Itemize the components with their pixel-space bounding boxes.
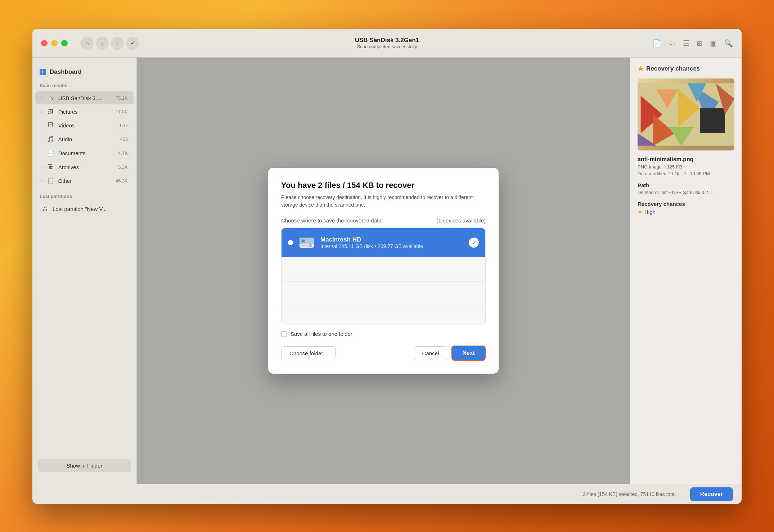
sidebar-dashboard[interactable]: Dashboard [32,65,136,83]
chevron-icon-other: › [41,179,42,183]
sidebar-label-usb: USB SanDisk 3.... [58,95,112,101]
title-center: USB SanDisk 3.2Gen1 Scan completed succe… [355,37,419,49]
device-name: Macintosh HD [320,236,464,243]
sidebar-label-audio: Audio [58,136,117,142]
chevron-icon-archives: › [41,165,42,169]
sidebar-bottom: Show in Finder [32,455,136,477]
sidebar-count-other: 46.3K [116,178,128,184]
device-check-icon: ✓ [469,238,479,248]
chevron-icon: › [41,96,42,100]
minimize-button[interactable] [51,40,58,46]
save-one-folder-checkbox[interactable] [281,331,287,337]
sidebar-item-other[interactable]: › 📋 Other 46.3K [35,174,134,188]
sidebar-label-videos: Videos [58,122,117,129]
checkbox-row: Save all files to one folder [281,331,486,337]
file-name: anti-minimalism.png [638,156,734,163]
lost-drive-icon: 🖨 [41,206,49,212]
empty-slot-1 [282,257,485,281]
recovery-chances-title: ★ Recovery chances [638,65,734,73]
modal-description: Please choose recovery destination. It i… [281,194,486,209]
right-panel: ★ Recovery chances [630,58,742,484]
window-subtitle: Scan completed successfully [355,44,419,49]
recovery-star-icon: ★ [638,208,642,215]
list-icon[interactable]: ☰ [683,39,689,48]
modal-choose-label: Choose where to save the recovered data:… [281,217,486,224]
archive-icon: 🗜 [47,164,55,170]
close-button[interactable] [41,40,48,46]
recover-button[interactable]: Recover [690,487,733,501]
devices-available-text: (1 devices available) [436,217,486,224]
home-button[interactable]: ⌂ [81,37,94,50]
path-section-label: Path [638,182,734,188]
fullscreen-button[interactable] [61,40,68,46]
scan-results-label: Scan results [32,83,136,91]
chevron-icon-pictures: › [41,109,42,114]
chevron-icon-documents: › [41,151,42,155]
sidebar-item-videos[interactable]: › 🎞 Videos 607 [35,119,134,132]
sidebar-count-pictures: 17.8K [116,109,128,114]
nav-buttons: ⌂ ‹ › ✓ [81,37,139,50]
sidebar-label-archives: Archives [58,164,115,170]
back-button[interactable]: ‹ [96,37,109,50]
content-area: You have 2 files / 154 KB to recover Ple… [137,58,630,484]
file-type: PNG image – 125 KB [638,164,734,170]
device-list: Macintosh HD Internal 245.11 GB disk • 2… [281,228,486,325]
sidebar-item-lost-partition[interactable]: 🖨 Lost partition "New V... [35,202,134,215]
checkbox-label: Save all files to one folder [291,331,352,337]
choose-folder-button[interactable]: Choose folder... [281,346,336,360]
document-icon[interactable]: 📄 [652,39,661,48]
sidebar-item-audio[interactable]: › 🎵 Audio 463 [35,132,134,146]
folder-icon[interactable]: 🗂 [669,39,676,47]
music-icon: 🎵 [47,136,55,143]
file-date: Date modified 19-Oct-2...10:35 PM [638,171,734,176]
device-radio [288,240,293,245]
app-window: ⌂ ‹ › ✓ USB SanDisk 3.2Gen1 Scan complet… [32,29,742,504]
cancel-button[interactable]: Cancel [414,346,447,360]
next-button[interactable]: Next [451,346,486,361]
check-button[interactable]: ✓ [126,37,139,50]
svg-rect-15 [700,108,725,133]
panel-icon[interactable]: ▣ [710,39,717,48]
traffic-lights [41,40,68,46]
sidebar-item-documents[interactable]: › 📄 Documents 4.7K [35,146,134,160]
dashboard-grid-icon [40,69,46,75]
hdd-icon [298,234,315,251]
device-item-macintosh[interactable]: Macintosh HD Internal 245.11 GB disk • 2… [282,228,485,257]
sidebar-item-pictures[interactable]: › 🖼 Pictures 17.8K [35,105,134,118]
modal-dialog: You have 2 files / 154 KB to recover Ple… [268,168,499,374]
forward-button[interactable]: › [111,37,124,50]
sidebar-item-archives[interactable]: › 🗜 Archives 5.3K [35,161,134,173]
drive-icon: 🖨 [47,95,55,101]
sidebar-item-usb[interactable]: › 🖨 USB SanDisk 3.... 75.1K [35,91,134,104]
modal-title: You have 2 files / 154 KB to recover [281,181,486,190]
device-info: Macintosh HD Internal 245.11 GB disk • 2… [320,236,464,249]
svg-rect-4 [302,240,305,242]
sidebar-count-documents: 4.7K [118,150,128,156]
main-content: Dashboard Scan results › 🖨 USB SanDisk 3… [32,58,742,484]
photo-icon: 🖼 [47,108,55,115]
show-finder-button[interactable]: Show in Finder [38,459,131,472]
lost-partitions-label: Lost partitions [32,194,136,202]
dashboard-label: Dashboard [50,68,82,76]
title-bar: ⌂ ‹ › ✓ USB SanDisk 3.2Gen1 Scan complet… [32,29,742,58]
doc-icon: 📄 [47,150,55,157]
recovery-chances-value: ★ High [638,208,734,215]
sidebar-count-audio: 463 [120,136,128,142]
recovery-value-text: High [644,209,656,215]
modal-right-buttons: Cancel Next [414,346,486,361]
sidebar-label-lost: Lost partition "New V... [53,206,128,212]
device-detail: Internal 245.11 GB disk • 209.77 GB avai… [320,243,464,249]
sidebar-label-documents: Documents [58,150,115,156]
grid-icon[interactable]: ⊞ [697,39,703,48]
chevron-icon-videos: › [41,123,42,127]
recovery-chances-label: Recovery chances [646,65,700,72]
status-bar: 2 files (154 KB) selected, 75110 files t… [32,484,742,504]
svg-point-6 [310,245,311,246]
star-icon: ★ [638,65,643,73]
sidebar-count-usb: 75.1K [116,95,128,101]
search-icon[interactable]: 🔍 [724,39,733,48]
other-icon: 📋 [47,177,55,184]
chevron-icon-audio: › [41,137,42,141]
sidebar-label-other: Other [58,178,112,184]
choose-label-text: Choose where to save the recovered data: [281,217,383,224]
